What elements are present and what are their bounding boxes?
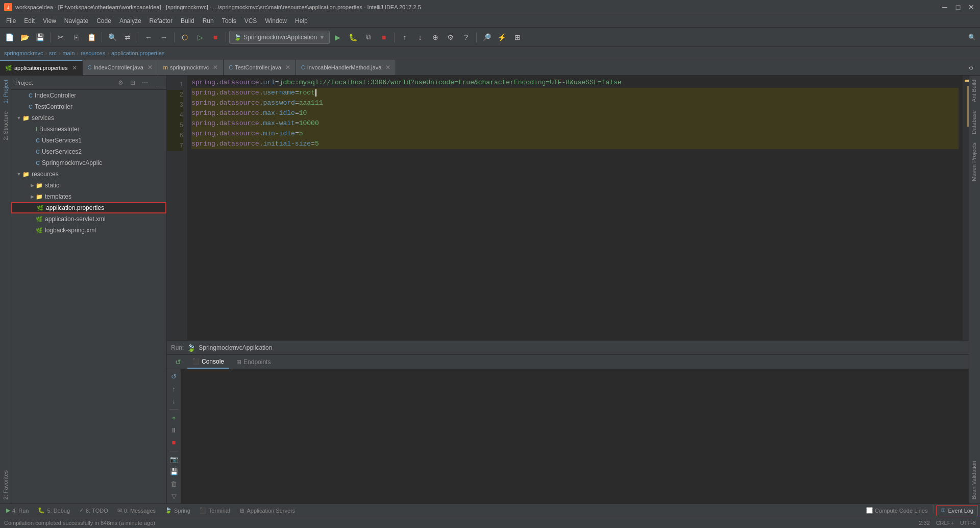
filter-btn[interactable]: ▽ <box>168 491 180 501</box>
scroll-down-btn[interactable]: ↓ <box>168 396 180 406</box>
debug-button[interactable]: 🐛 <box>346 30 360 44</box>
settings-button[interactable]: ⚙ <box>444 30 458 44</box>
left-tab-favorites[interactable]: 2: Favorites <box>1 466 10 503</box>
menu-vcs[interactable]: VCS <box>240 16 261 26</box>
tab-console[interactable]: ⬛ Console <box>187 355 229 369</box>
debug-run-button[interactable]: ▷ <box>193 30 207 44</box>
tree-item-userservices2[interactable]: C UserServices2 <box>11 146 166 157</box>
clear-btn[interactable]: 🗑 <box>168 479 180 489</box>
tab-close-application-properties[interactable]: ✕ <box>72 64 77 71</box>
breadcrumb-resources[interactable]: resources <box>81 50 105 56</box>
tab-application-properties[interactable]: 🌿 application.properties ✕ <box>0 60 83 75</box>
run-button[interactable]: ▶ <box>331 30 345 44</box>
stop-btn[interactable]: ■ <box>168 437 180 447</box>
breadcrumb-file[interactable]: application.properties <box>111 50 165 56</box>
stop-run-button[interactable]: ■ <box>377 30 391 44</box>
tree-item-templates[interactable]: ▶ 📁 templates <box>11 191 166 202</box>
paste-button[interactable]: 📋 <box>84 30 99 44</box>
menu-code[interactable]: Code <box>92 16 115 26</box>
project-panel-minimize[interactable]: _ <box>152 78 162 88</box>
tree-item-application-props[interactable]: 🌿 application.properties <box>11 202 166 213</box>
menu-build[interactable]: Build <box>177 16 199 26</box>
bottom-run-item[interactable]: ▶ 4: Run <box>2 505 33 516</box>
menu-help[interactable]: Help <box>291 16 312 26</box>
tab-close-invocable[interactable]: ✕ <box>385 64 390 71</box>
project-panel-options[interactable]: ⋯ <box>140 78 150 88</box>
find-button[interactable]: 🔍 <box>105 30 119 44</box>
project-panel-collapse[interactable]: ⊟ <box>128 78 138 88</box>
close-button[interactable]: ✕ <box>967 3 976 12</box>
tab-close-testcontroller[interactable]: ✕ <box>285 64 290 71</box>
menu-tools[interactable]: Tools <box>218 16 240 26</box>
iml-button[interactable]: ⊞ <box>510 30 525 44</box>
tree-item-springapp[interactable]: C SpringmockmvcApplic <box>11 157 166 169</box>
help-toolbar-button[interactable]: ? <box>459 30 473 44</box>
tree-item-bussiness[interactable]: I BussinessInter <box>11 124 166 135</box>
project-panel-settings[interactable]: ⚙ <box>115 78 126 88</box>
cut-button[interactable]: ✂ <box>54 30 68 44</box>
restart-btn[interactable]: ↺ <box>168 371 180 381</box>
menu-refactor[interactable]: Refactor <box>145 16 177 26</box>
stop-button[interactable]: ■ <box>208 30 223 44</box>
tree-item-static[interactable]: ▶ 📁 static <box>11 180 166 191</box>
vcs-commit-button[interactable]: ↓ <box>413 30 427 44</box>
tab-test-controller[interactable]: C TestController.java ✕ <box>224 60 296 75</box>
vcs-push-button[interactable]: ⊕ <box>428 30 443 44</box>
bottom-debug-item[interactable]: 🐛 5: Debug <box>34 505 74 516</box>
tree-item-indexcontroller[interactable]: C IndexController <box>11 90 166 101</box>
run-restart-button[interactable]: ↺ <box>171 355 185 369</box>
compute-code-lines-item[interactable]: Compute Code Lines <box>862 505 932 516</box>
left-tab-project[interactable]: 1: Project <box>1 76 10 107</box>
search-everywhere-button[interactable]: 🔍 <box>966 31 978 43</box>
bottom-spring-item[interactable]: 🍃 Spring <box>161 505 194 516</box>
screenshot-btn[interactable]: 📷 <box>168 454 180 465</box>
tab-settings-button[interactable]: ⚙ <box>964 61 978 75</box>
pause-btn[interactable]: ⏸ <box>168 425 180 435</box>
toggle-output-btn[interactable]: ⭘ <box>168 413 180 423</box>
tab-invocable-handler[interactable]: C InvocableHandlerMethod.java ✕ <box>296 60 397 75</box>
tree-item-resources[interactable]: ▼ 📁 resources <box>11 169 166 180</box>
replace-button[interactable]: ⇄ <box>120 30 135 44</box>
event-log-item[interactable]: ① Event Log <box>936 505 978 516</box>
run-with-coverage-button[interactable]: ⧉ <box>361 30 376 44</box>
copy-button[interactable]: ⎘ <box>69 30 83 44</box>
right-tab-bean-validation[interactable]: Bean Validation <box>969 457 980 503</box>
open-button[interactable]: 📂 <box>17 30 32 44</box>
scroll-up-btn[interactable]: ↑ <box>168 383 180 394</box>
menu-analyze[interactable]: Analyze <box>115 16 145 26</box>
right-tab-maven[interactable]: Maven Projects <box>969 138 980 185</box>
tab-close-springmockmvc[interactable]: ✕ <box>213 64 218 71</box>
breadcrumb-src[interactable]: src <box>49 50 57 56</box>
save-console-btn[interactable]: 💾 <box>168 467 180 477</box>
compute-code-lines-checkbox[interactable] <box>866 507 873 514</box>
left-tab-structure[interactable]: 2: Structure <box>1 107 10 145</box>
code-content[interactable]: spring.datasource.url=jdbc:mysql://local… <box>187 76 963 340</box>
breadcrumb-main[interactable]: main <box>62 50 75 56</box>
tree-item-servlet-xml[interactable]: 🌿 application-servlet.xml <box>11 213 166 225</box>
vcs-update-button[interactable]: ↑ <box>398 30 412 44</box>
right-tab-database[interactable]: Database <box>969 106 980 138</box>
tab-close-indexcontroller[interactable]: ✕ <box>148 64 153 71</box>
tab-springmockmvc[interactable]: m springmockmvc ✕ <box>158 60 224 75</box>
code-editor[interactable]: 1 2 3 4 5 6 7 spring.datasource.url=jdbc… <box>167 76 969 340</box>
build-button[interactable]: ⬡ <box>178 30 192 44</box>
tree-item-logback[interactable]: 🌿 logback-spring.xml <box>11 225 166 236</box>
tab-endpoints[interactable]: ⊞ Endpoints <box>231 355 276 369</box>
menu-window[interactable]: Window <box>261 16 291 26</box>
minimize-button[interactable]: ─ <box>940 3 949 12</box>
right-tab-ant-build[interactable]: Ant Build <box>969 76 980 106</box>
bottom-todo-item[interactable]: ✓ 6: TODO <box>75 505 112 516</box>
save-button[interactable]: 💾 <box>33 30 47 44</box>
find-in-path-button[interactable]: 🔎 <box>480 30 494 44</box>
new-file-button[interactable]: 📄 <box>2 30 16 44</box>
menu-edit[interactable]: Edit <box>20 16 39 26</box>
menu-navigate[interactable]: Navigate <box>60 16 92 26</box>
menu-file[interactable]: File <box>2 16 20 26</box>
forward-button[interactable]: → <box>157 30 171 44</box>
tree-item-services[interactable]: ▼ 📁 services <box>11 112 166 124</box>
breadcrumb-springmockmvc[interactable]: springmockmvc <box>4 50 43 56</box>
back-button[interactable]: ← <box>141 30 156 44</box>
bottom-terminal-item[interactable]: ⬛ Terminal <box>195 505 234 516</box>
menu-run[interactable]: Run <box>199 16 218 26</box>
menu-view[interactable]: View <box>39 16 60 26</box>
